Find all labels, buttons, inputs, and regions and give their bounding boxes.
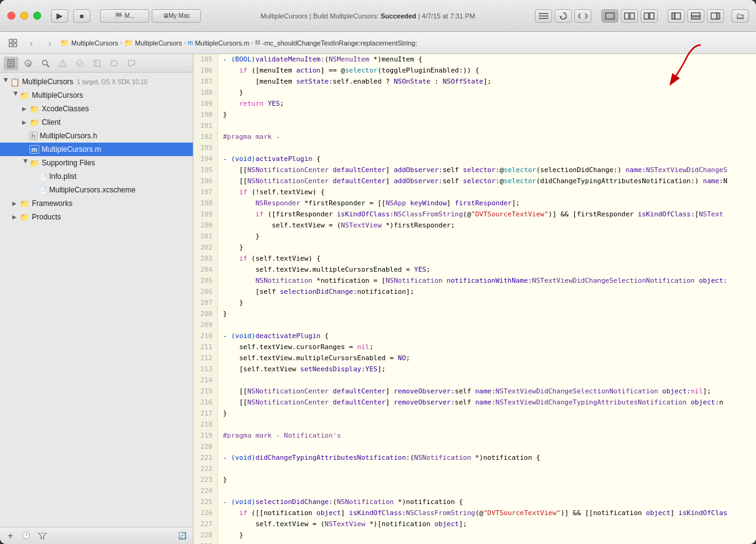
run-button[interactable]: ▶ [51,9,68,23]
forward-btn[interactable]: › [42,36,58,50]
folder-icon: 📁 [20,91,29,100]
standard-editor-btn[interactable] [601,9,618,23]
svg-marker-35 [38,533,47,539]
folder-icon2: 📁 [124,39,133,47]
folder-icon5: 📁 [20,199,29,208]
folder-icon3: 📁 [29,118,39,127]
sidebar: S ! [0,54,193,544]
filter-btn[interactable] [36,530,49,542]
svg-rect-14 [711,13,717,19]
destination-selector[interactable]: 🖥 My Mac [152,9,201,23]
stop-button[interactable]: ■ [73,9,90,23]
organizer-btn[interactable]: 🗂 [731,9,749,23]
svg-rect-8 [650,13,654,19]
breadcrumb-file[interactable]: m MultipleCursors.m [188,39,250,47]
view-controls: 🗂 [535,9,749,23]
svg-line-28 [47,65,49,67]
assistant-editor-btn[interactable] [621,9,638,23]
expand-icon7: ▶ [12,214,20,220]
svg-marker-3 [559,16,562,18]
breadcrumb-group[interactable]: 📁 MultipleCursors [124,39,182,47]
code-text[interactable]: - (BOOL)validateMenuItem:(NSMenuItem *)m… [218,54,756,544]
svg-rect-11 [675,13,680,19]
expand-icon4: ▶ [22,119,29,125]
svg-point-27 [42,60,47,65]
svg-rect-15 [717,13,720,19]
svg-text:!: ! [62,61,63,66]
svg-rect-7 [644,13,649,19]
m-file-icon: m [188,39,193,46]
debug-navigator-btn[interactable] [90,57,104,70]
method-icon: M [255,39,260,46]
tree-item-client[interactable]: ▶ 📁 Client [0,116,193,129]
history-btn[interactable]: 🕐 [20,530,33,542]
breakpoint-navigator-btn[interactable] [107,57,122,70]
main-window: ▶ ■ 🏁 M... 🖥 My Mac MultipleCursors | Bu… [0,0,756,544]
log-navigator-btn[interactable] [124,57,139,70]
svg-rect-5 [625,13,629,19]
lines-icon-btn[interactable] [535,9,552,23]
svg-point-31 [77,60,83,66]
find-navigator-btn[interactable] [38,57,53,70]
svg-rect-20 [14,44,17,47]
m-file-icon: m [29,145,39,154]
tree-item-xcodeclasses[interactable]: ▶ 📁 XcodeClasses [0,102,193,116]
issue-navigator-btn[interactable]: ! [55,57,70,70]
symbol-navigator-btn[interactable]: S [21,57,36,70]
code-area[interactable]: 185 186 187 188 189 190 191 192 193 194 … [193,54,756,544]
navigator-toggle-btn[interactable] [668,9,685,23]
svg-rect-17 [9,39,12,42]
tree-item-group[interactable]: ▶ 📁 MultipleCursors [0,89,193,102]
grid-view-btn[interactable] [5,36,21,50]
test-navigator-btn[interactable] [72,57,87,70]
utilities-toggle-btn[interactable] [707,9,724,23]
tree-item-h-file[interactable]: ▶ h MultipleCursors.h [0,129,193,143]
minimize-button[interactable] [20,12,28,20]
folder-icon6: 📁 [20,213,29,222]
fullscreen-button[interactable] [33,12,41,20]
file-tree: ▶ 📋 MultipleCursors 1 target, OS X SDK 1… [0,73,193,527]
traffic-lights [7,12,41,20]
tree-item-project[interactable]: ▶ 📋 MultipleCursors 1 target, OS X SDK 1… [0,75,193,89]
project-icon: 📋 [10,77,20,87]
expand-icon6: ▶ [12,200,20,207]
svg-rect-19 [9,44,12,47]
main-content: S ! [0,54,756,544]
expand-icon3: ▶ [22,106,29,112]
recent-files-btn[interactable]: 🔄 [176,530,189,542]
tree-item-products[interactable]: ▶ 📁 Products [0,210,193,224]
add-file-btn[interactable]: + [4,530,17,542]
breadcrumb-method[interactable]: M -mc_shouldChangeTextInRange:replacemen… [255,39,417,47]
close-button[interactable] [7,12,15,20]
xcscheme-icon: 📄 [39,187,47,194]
back-btn[interactable]: ‹ [23,36,39,50]
scheme-selector[interactable]: 🏁 M... [100,9,149,23]
version-editor-btn[interactable] [641,9,658,23]
h-file-icon: h [29,132,37,140]
expand-icon2: ▶ [13,92,19,99]
folder-icon2: 📁 [29,104,39,114]
svg-rect-4 [606,13,614,19]
debug-toggle-btn[interactable] [687,9,704,23]
project-navigator-btn[interactable] [4,57,18,70]
run-controls: ▶ ■ [51,9,90,23]
code-editor: 185 186 187 188 189 190 191 192 193 194 … [193,54,756,544]
editor-toolbar: ‹ › 📁 MultipleCursors › 📁 MultipleCursor… [0,32,756,54]
breadcrumb-project[interactable]: 📁 MultipleCursors [60,39,118,47]
tree-item-xcscheme[interactable]: ▶ 📄 MultipleCursors.xcscheme [0,183,193,197]
refresh-icon-btn[interactable] [555,9,572,23]
tree-item-m-file[interactable]: ▶ m MultipleCursors.m [0,143,193,156]
svg-text:S: S [27,61,30,67]
tree-item-frameworks[interactable]: ▶ 📁 Frameworks [0,197,193,210]
build-status: MultipleCursors | Build MultipleCursors:… [201,12,535,20]
folder-icon: 📁 [60,39,69,47]
sidebar-toolbar: S ! [0,54,193,73]
svg-rect-18 [14,39,17,42]
expand-icon5: ▶ [23,159,29,167]
tree-item-plist[interactable]: ▶ 📄 Info.plist [0,170,193,183]
expand-icon: ▶ [3,78,9,85]
back-forward-btn[interactable] [574,9,591,23]
folder-icon4: 📁 [29,159,39,168]
svg-rect-13 [692,16,700,19]
tree-item-supporting-files[interactable]: ▶ 📁 Supporting Files [0,156,193,170]
